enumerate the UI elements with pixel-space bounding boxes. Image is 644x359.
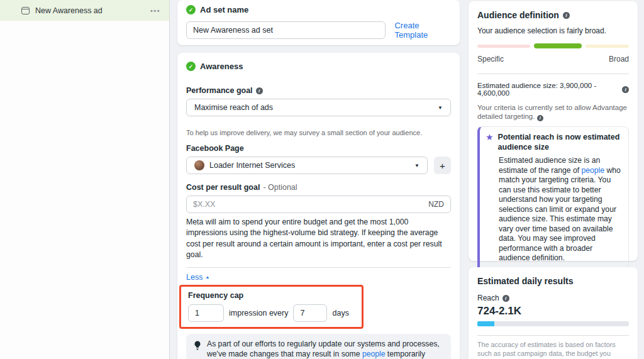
currency-code: NZD	[428, 200, 444, 209]
create-template-link[interactable]: Create Template	[394, 21, 451, 40]
gauge-specific-segment	[477, 45, 530, 48]
info-icon[interactable]: i	[537, 115, 543, 121]
check-circle-icon: ✓	[186, 5, 196, 14]
performance-goal-value: Maximise reach of ads	[194, 103, 273, 112]
gauge-broad-segment	[586, 45, 629, 48]
frequency-between-text: impression every	[229, 309, 288, 318]
people-link[interactable]: people	[581, 166, 604, 175]
lightbulb-icon	[194, 341, 201, 350]
star-icon: ★	[486, 132, 494, 152]
potential-reach-info-box: ★ Potential reach is now estimated audie…	[477, 126, 629, 285]
reach-progress-fill	[477, 321, 494, 326]
chevron-down-icon: ▼	[438, 105, 443, 111]
info-icon[interactable]: i	[256, 87, 263, 94]
section-divider	[186, 267, 451, 268]
section-divider	[477, 74, 629, 74]
awareness-card: ✓ Awareness Performance goal i Maximise …	[177, 53, 460, 359]
section-divider	[477, 335, 629, 336]
performance-goal-select[interactable]: Maximise reach of ads ▼	[186, 99, 451, 116]
chevron-up-icon: ▲	[205, 275, 209, 279]
facebook-page-select[interactable]: Loader Internet Services ▼	[186, 157, 428, 174]
info-icon[interactable]: i	[502, 295, 509, 302]
frequency-days-text: days	[332, 309, 348, 318]
people-link[interactable]: people	[362, 350, 386, 358]
estimated-daily-results-card: Estimated daily results Reach i 724-2.1K…	[469, 267, 638, 359]
frequency-cap-highlight-box: Frequency cap impression every days	[179, 285, 364, 329]
info-icon[interactable]: i	[563, 12, 570, 19]
cost-per-result-input[interactable]	[186, 196, 451, 213]
optional-tag: - Optional	[263, 183, 297, 192]
audience-subtitle: Your audience selection is fairly broad.	[477, 26, 629, 35]
scale-broad-label: Broad	[609, 55, 629, 64]
info-box-body: Estimated audience size is an estimate o…	[499, 156, 621, 263]
frequency-days-input[interactable]	[293, 304, 327, 322]
less-toggle-link[interactable]: Less ▲	[186, 273, 209, 282]
cost-description: Meta will aim to spend your entire budge…	[186, 217, 451, 261]
survey-note: To help us improve delivery, we may surv…	[186, 129, 451, 136]
facebook-page-value: Loader Internet Services	[209, 161, 295, 170]
impressions-count-input[interactable]	[188, 304, 224, 322]
performance-goal-label: Performance goal i	[186, 86, 451, 95]
ads-sidebar: New Awareness ad •••	[0, 0, 170, 359]
reach-value: 724-2.1K	[477, 305, 629, 318]
info-box-title: Potential reach is now estimated audienc…	[498, 132, 621, 152]
page-avatar	[194, 160, 204, 170]
scale-specific-label: Specific	[477, 55, 504, 64]
check-circle-icon: ✓	[186, 62, 196, 71]
reach-label: Reach i	[477, 294, 629, 302]
estimated-audience-size: Estimated audience size: 3,900,000 - 4,6…	[477, 82, 629, 97]
more-options-icon[interactable]: •••	[150, 7, 160, 14]
ad-set-name-title: Ad set name	[200, 5, 248, 14]
ad-set-name-input[interactable]	[186, 21, 386, 39]
frequency-notice-text: As part of our efforts to regularly upda…	[207, 339, 442, 359]
cost-per-result-label: Cost per result goal - Optional	[186, 183, 451, 192]
frequency-cap-label: Frequency cap	[188, 291, 355, 300]
sidebar-item-new-awareness-ad[interactable]: New Awareness ad •••	[0, 0, 169, 21]
audience-definition-title: Audience definition i	[477, 10, 629, 20]
daily-results-title: Estimated daily results	[477, 276, 629, 286]
reach-progress-bar	[477, 321, 629, 326]
sidebar-item-label: New Awareness ad	[35, 6, 103, 15]
awareness-title: Awareness	[200, 62, 243, 71]
chevron-down-icon: ▼	[414, 163, 419, 168]
criteria-note: Your criteria is currently set to allow …	[477, 103, 629, 121]
gauge-current-segment	[534, 43, 582, 48]
add-page-button[interactable]: +	[434, 157, 451, 174]
facebook-page-label: Facebook Page	[186, 144, 451, 153]
frequency-notice-box: As part of our efforts to regularly upda…	[186, 334, 451, 359]
ad-frame-icon	[21, 7, 30, 14]
ads-manager-page: { "colors": { "facebook_blue": "#1b74e4"…	[0, 0, 644, 359]
audience-breadth-gauge	[477, 43, 629, 48]
ad-set-name-card: ✓ Ad set name Create Template	[177, 0, 460, 45]
audience-definition-card: Audience definition i Your audience sele…	[469, 1, 638, 261]
info-icon[interactable]: i	[622, 86, 629, 93]
estimates-disclaimer: The accuracy of estimates is based on fa…	[477, 340, 629, 359]
